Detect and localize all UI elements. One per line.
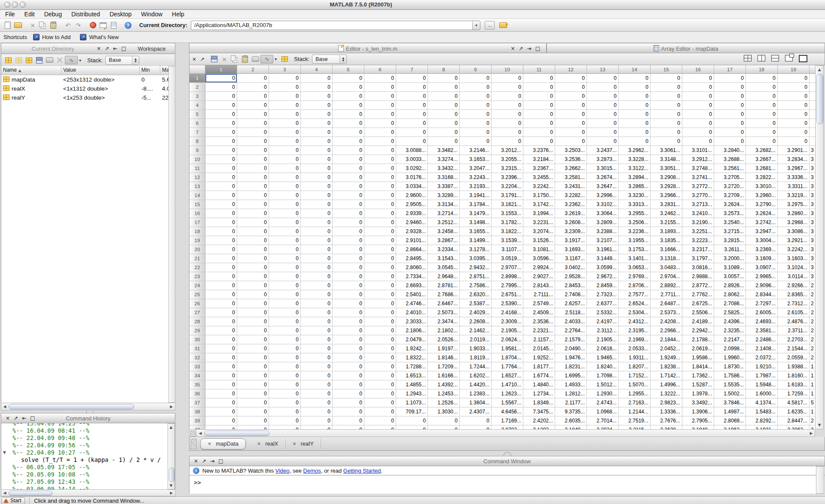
cell-r8c17[interactable]: 0 bbox=[714, 137, 746, 146]
cell-r4c20[interactable] bbox=[810, 101, 815, 110]
cell-r12c4[interactable]: 0 bbox=[301, 173, 333, 182]
cell-r32c9[interactable]: 1.8119... bbox=[460, 353, 492, 362]
cell-r34c20[interactable]: 1 bbox=[810, 371, 815, 380]
cell-r7c6[interactable]: 0 bbox=[364, 128, 396, 137]
cell-r31c3[interactable]: 0 bbox=[269, 344, 301, 353]
cell-r6c3[interactable]: 0 bbox=[269, 119, 301, 128]
delete-icon[interactable] bbox=[55, 55, 65, 65]
cell-r11c11[interactable]: 3.2367... bbox=[523, 164, 555, 173]
cell-r12c18[interactable]: 3.2822... bbox=[746, 173, 778, 182]
cell-r2c14[interactable]: 0 bbox=[619, 83, 651, 92]
cell-r10c20[interactable]: 3 bbox=[810, 155, 815, 164]
cell-r13c1[interactable]: 0 bbox=[205, 182, 237, 191]
cell-r15c13[interactable]: 3.3102... bbox=[587, 200, 619, 209]
cell-r13c8[interactable]: 3.3387... bbox=[428, 182, 460, 191]
tabbar-drag-grip[interactable] bbox=[191, 439, 197, 449]
cell-r9c17[interactable]: 3.2840... bbox=[714, 146, 746, 155]
cell-r28c20[interactable]: 2 bbox=[810, 317, 815, 326]
chevron-down-icon[interactable]: ▾ bbox=[472, 21, 480, 30]
cell-r5c2[interactable]: 0 bbox=[237, 110, 269, 119]
cell-r16c13[interactable]: 3.3064... bbox=[587, 209, 619, 218]
menu-desktop[interactable]: Desktop bbox=[110, 11, 131, 18]
undock-icon[interactable]: ↗ bbox=[200, 56, 205, 62]
cell-r33c1[interactable]: 0 bbox=[205, 362, 237, 371]
cell-r37c11[interactable]: 1.8349... bbox=[523, 398, 555, 407]
variable-row-realX[interactable]: realX<1x1312 double>-8....4.0... bbox=[1, 84, 175, 93]
cell-r14c10[interactable]: 3.1791... bbox=[492, 191, 523, 200]
cell-r33c17[interactable]: 1.8730... bbox=[714, 362, 746, 371]
cell-r25c5[interactable]: 0 bbox=[333, 290, 364, 299]
cell-r39c14[interactable]: 2.7519... bbox=[619, 416, 651, 425]
cell-r27c18[interactable]: 2.6005... bbox=[746, 308, 778, 317]
cell-r40c11[interactable]: 3.1202... bbox=[523, 425, 555, 429]
cell-r34c12[interactable]: 1.6995... bbox=[555, 371, 587, 380]
cell-r20c17[interactable]: 3.2611... bbox=[714, 245, 746, 254]
cell-r15c10[interactable]: 3.1621... bbox=[492, 200, 523, 209]
cell-r34c1[interactable]: 0 bbox=[205, 371, 237, 380]
cell-r21c5[interactable]: 0 bbox=[333, 254, 364, 263]
cell-r7c17[interactable]: 0 bbox=[714, 128, 746, 137]
cell-r27c14[interactable]: 2.5304... bbox=[619, 308, 651, 317]
history-line[interactable]: %-- 22.04.09 09:48 --% bbox=[1, 434, 167, 442]
cell-r10c6[interactable]: 0 bbox=[364, 155, 396, 164]
cell-r10c14[interactable]: 3.3228... bbox=[619, 155, 651, 164]
cell-r15c12[interactable]: 3.2362... bbox=[555, 200, 587, 209]
cell-r13c17[interactable]: 3.2720... bbox=[714, 182, 746, 191]
cell-r31c16[interactable]: 2.0619... bbox=[682, 344, 714, 353]
cell-r27c3[interactable]: 0 bbox=[269, 308, 301, 317]
cell-r17c6[interactable]: 0 bbox=[364, 218, 396, 227]
cell-r24c11[interactable]: 2.8143... bbox=[523, 281, 555, 290]
cell-r37c18[interactable]: 4.1374... bbox=[746, 398, 778, 407]
cell-r26c9[interactable]: 2.5387... bbox=[460, 299, 492, 308]
cell-r24c19[interactable]: 2.9266... bbox=[778, 281, 810, 290]
cell-r11c2[interactable]: 0 bbox=[237, 164, 269, 173]
cell-r17c3[interactable]: 0 bbox=[269, 218, 301, 227]
cell-r35c5[interactable]: 0 bbox=[333, 380, 364, 389]
cell-r8c3[interactable]: 0 bbox=[269, 137, 301, 146]
cell-r27c13[interactable]: 2.5332... bbox=[587, 308, 619, 317]
row-header-16[interactable]: 16 bbox=[189, 209, 205, 218]
cell-r14c4[interactable]: 0 bbox=[301, 191, 333, 200]
cell-r6c16[interactable]: 0 bbox=[682, 119, 714, 128]
cell-r24c16[interactable]: 2.8772... bbox=[682, 281, 714, 290]
cell-r38c7[interactable]: 709.17... bbox=[396, 407, 428, 416]
cell-r39c5[interactable]: 0 bbox=[333, 416, 364, 425]
cell-r22c17[interactable]: 3.1089... bbox=[714, 263, 746, 272]
cell-r13c2[interactable]: 0 bbox=[237, 182, 269, 191]
cell-r15c17[interactable]: 3.2624... bbox=[714, 200, 746, 209]
cell-r21c8[interactable]: 3.1543... bbox=[428, 254, 460, 263]
print-icon[interactable] bbox=[44, 55, 55, 65]
cell-r13c18[interactable]: 3.3010... bbox=[746, 182, 778, 191]
cell-r6c8[interactable]: 0 bbox=[428, 119, 460, 128]
cell-r27c5[interactable]: 0 bbox=[333, 308, 364, 317]
cell-r35c18[interactable]: 1.5948... bbox=[746, 380, 778, 389]
cell-r37c12[interactable]: 2.1177... bbox=[555, 398, 587, 407]
cell-r17c7[interactable]: 2.9460... bbox=[396, 218, 428, 227]
cell-r8c13[interactable]: 0 bbox=[587, 137, 619, 146]
cell-r5c9[interactable]: 0 bbox=[460, 110, 492, 119]
cell-r9c7[interactable]: 3.0088... bbox=[396, 146, 428, 155]
cell-r23c14[interactable]: 2.9769... bbox=[619, 272, 651, 281]
cell-r23c3[interactable]: 0 bbox=[269, 272, 301, 281]
row-header-9[interactable]: 9 bbox=[189, 146, 205, 155]
cell-r16c2[interactable]: 0 bbox=[237, 209, 269, 218]
cell-r9c2[interactable]: 0 bbox=[237, 146, 269, 155]
cell-r27c16[interactable]: 2.5506... bbox=[682, 308, 714, 317]
dock-icon[interactable]: ⇤ bbox=[113, 46, 117, 52]
cell-r38c3[interactable]: 0 bbox=[269, 407, 301, 416]
column-header-19[interactable]: 19 bbox=[778, 65, 810, 74]
cell-r20c5[interactable]: 0 bbox=[333, 245, 364, 254]
cell-r12c8[interactable]: 3.3168... bbox=[428, 173, 460, 182]
cell-r40c4[interactable]: 0 bbox=[301, 425, 333, 429]
cell-r39c6[interactable]: 0 bbox=[364, 416, 396, 425]
cell-r36c7[interactable]: 1.2943... bbox=[396, 389, 428, 398]
cell-r24c10[interactable]: 2.7995... bbox=[492, 281, 523, 290]
scroll-right-icon[interactable]: ▶ bbox=[168, 490, 174, 496]
plot-variable-icon[interactable]: ∿ bbox=[65, 56, 78, 64]
cell-r39c2[interactable]: 0 bbox=[237, 416, 269, 425]
paste-icon[interactable] bbox=[240, 55, 250, 64]
cell-r31c14[interactable]: 2.0533... bbox=[619, 344, 651, 353]
open-variable-icon[interactable] bbox=[13, 55, 24, 65]
cell-r23c7[interactable]: 2.7334... bbox=[396, 272, 428, 281]
cell-r17c1[interactable]: 0 bbox=[205, 218, 237, 227]
